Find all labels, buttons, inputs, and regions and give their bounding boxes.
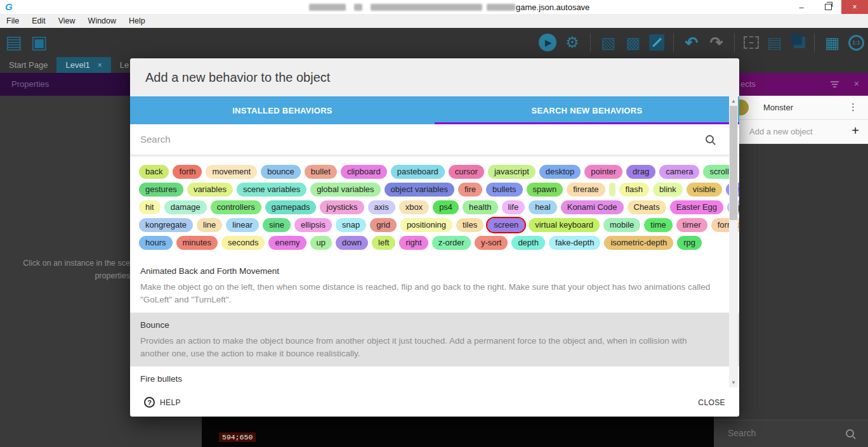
close-dialog-button[interactable]: CLOSE bbox=[698, 398, 725, 407]
behavior-item-fire-bullets[interactable]: Fire bulletsAllow the object to fire bul… bbox=[130, 366, 739, 388]
tag-chip-down[interactable]: down bbox=[336, 236, 368, 250]
tag-chip-line[interactable]: line bbox=[197, 218, 222, 232]
tab-close-icon[interactable]: × bbox=[98, 61, 102, 70]
tag-chip-gestures[interactable]: gestures bbox=[139, 183, 183, 197]
tag-chip-bounce[interactable]: bounce bbox=[261, 165, 301, 179]
tag-chip-pasteboard[interactable]: pasteboard bbox=[391, 165, 445, 179]
project-manager-icon[interactable]: ▤ bbox=[5, 33, 23, 52]
tag-chip-pointer[interactable]: pointer bbox=[584, 165, 622, 179]
tag-chip-joysticks[interactable]: joysticks bbox=[320, 200, 364, 214]
tag-chip-bullet[interactable]: bullet bbox=[305, 165, 337, 179]
tag-chip-rpg[interactable]: rpg bbox=[677, 236, 702, 250]
tag-chip-enemy[interactable]: enemy bbox=[268, 236, 306, 250]
menu-item-help[interactable]: Help bbox=[122, 14, 152, 28]
tab-start-page[interactable]: Start Page bbox=[0, 57, 56, 73]
tag-chip-fake-depth[interactable]: fake-depth bbox=[549, 236, 600, 250]
behavior-item-animated-back-and-forth-movement[interactable]: Animated Back and Forth MovementMake the… bbox=[130, 259, 739, 313]
tag-chip-health[interactable]: health bbox=[463, 200, 497, 214]
behavior-search-field[interactable]: Search bbox=[130, 124, 739, 155]
grid-icon[interactable]: ▦ bbox=[824, 33, 841, 52]
tag-chip-virtual-keyboard[interactable]: virtual keyboard bbox=[529, 218, 600, 232]
tag-chip-visible[interactable]: visible bbox=[687, 183, 722, 197]
layers-icon[interactable] bbox=[794, 37, 805, 48]
tag-chip-flash[interactable]: flash bbox=[619, 183, 649, 197]
add-object-icon[interactable]: ▧ bbox=[600, 33, 617, 52]
redo-icon[interactable]: ↷ bbox=[707, 33, 725, 52]
tag-chip-back[interactable]: back bbox=[139, 165, 169, 179]
tag-chip-javascript[interactable]: javascript bbox=[488, 165, 536, 179]
menu-item-view[interactable]: View bbox=[52, 14, 82, 28]
modal-scrollbar[interactable]: ▲ ▼ bbox=[729, 96, 738, 387]
tag-chip-variables[interactable]: variables bbox=[187, 183, 233, 197]
tag-chip-unlabeled[interactable] bbox=[609, 183, 615, 197]
tag-chip-global-variables[interactable]: global variables bbox=[310, 183, 380, 197]
menu-item-edit[interactable]: Edit bbox=[25, 14, 52, 28]
tag-chip-isometric-depth[interactable]: isometric-depth bbox=[604, 236, 673, 250]
tag-chip-easter-egg[interactable]: Easter Egg bbox=[670, 200, 723, 214]
edit-scene-properties-icon[interactable] bbox=[649, 34, 664, 51]
zoom-ratio-icon[interactable]: 1:1 bbox=[848, 35, 864, 51]
tag-chip-life[interactable]: life bbox=[502, 200, 525, 214]
tag-chip-snap[interactable]: snap bbox=[336, 218, 366, 232]
tag-chip-firerate[interactable]: firerate bbox=[567, 183, 605, 197]
instances-list-icon[interactable]: ▤ bbox=[766, 33, 784, 52]
tag-chip-z-order[interactable]: z-order bbox=[432, 236, 471, 250]
tag-chip-blink[interactable]: blink bbox=[653, 183, 683, 197]
tag-chip-screen[interactable]: screen bbox=[487, 218, 525, 232]
tag-chip-cursor[interactable]: cursor bbox=[449, 165, 484, 179]
tag-chip-movement[interactable]: movement bbox=[206, 165, 257, 179]
tab-level1[interactable]: Level1× bbox=[56, 57, 110, 73]
start-page-icon[interactable]: ▣ bbox=[30, 33, 48, 52]
add-object-plus-icon[interactable]: + bbox=[852, 124, 859, 138]
help-button[interactable]: ? HELP bbox=[144, 397, 181, 408]
tag-chip-up[interactable]: up bbox=[310, 236, 332, 250]
restore-button[interactable] bbox=[815, 0, 841, 14]
tag-chip-bullets[interactable]: bullets bbox=[486, 183, 523, 197]
tag-chip-ps4[interactable]: ps4 bbox=[433, 200, 459, 214]
tag-chip-xbox[interactable]: xbox bbox=[399, 200, 429, 214]
behavior-item-bounce[interactable]: BounceProvides an action to make the obj… bbox=[130, 313, 739, 366]
tag-chip-minutes[interactable]: minutes bbox=[176, 236, 218, 250]
tag-chip-depth[interactable]: depth bbox=[511, 236, 545, 250]
tag-chip-time[interactable]: time bbox=[644, 218, 673, 232]
tag-chip-linear[interactable]: linear bbox=[226, 218, 259, 232]
panel-close-icon[interactable]: × bbox=[854, 79, 859, 89]
tag-chip-positioning[interactable]: positioning bbox=[400, 218, 452, 232]
tag-chip-mobile[interactable]: mobile bbox=[603, 218, 640, 232]
tag-chip-tiles[interactable]: tiles bbox=[456, 218, 483, 232]
tag-chip-seconds[interactable]: seconds bbox=[221, 236, 265, 250]
modal-tab-search-new-behaviors[interactable]: SEARCH NEW BEHAVIORS bbox=[435, 96, 739, 124]
minimize-button[interactable]: – bbox=[788, 0, 815, 14]
tag-chip-cheats[interactable]: Cheats bbox=[628, 200, 666, 214]
tag-chip-controllers[interactable]: controllers bbox=[211, 200, 261, 214]
modal-tab-installed-behaviors[interactable]: INSTALLED BEHAVIORS bbox=[130, 96, 435, 124]
tag-chip-grid[interactable]: grid bbox=[370, 218, 397, 232]
scroll-down-icon[interactable]: ▼ bbox=[729, 380, 738, 385]
tag-chip-sine[interactable]: sine bbox=[263, 218, 291, 232]
tag-chip-gamepads[interactable]: gamepads bbox=[265, 200, 317, 214]
tag-chip-desktop[interactable]: desktop bbox=[539, 165, 581, 179]
object-menu-icon[interactable]: ⋮ bbox=[848, 101, 858, 113]
menu-item-file[interactable]: File bbox=[0, 14, 25, 28]
tag-chip-konami-code[interactable]: Konami Code bbox=[561, 200, 624, 214]
tag-chip-fire[interactable]: fire bbox=[458, 183, 482, 197]
tag-chip-spawn[interactable]: spawn bbox=[527, 183, 563, 197]
debug-icon[interactable]: ⚙ bbox=[563, 33, 581, 52]
scrollbar-thumb[interactable] bbox=[730, 106, 737, 220]
tag-chip-y-sort[interactable]: y-sort bbox=[475, 236, 508, 250]
tag-chip-hit[interactable]: hit bbox=[139, 200, 161, 214]
tag-chip-forth[interactable]: forth bbox=[173, 165, 202, 179]
close-button[interactable]: × bbox=[841, 0, 868, 14]
tag-chip-ellipsis[interactable]: ellipsis bbox=[294, 218, 332, 232]
undo-icon[interactable]: ↶ bbox=[683, 33, 700, 52]
menu-item-window[interactable]: Window bbox=[82, 14, 122, 28]
tag-chip-kongregate[interactable]: kongregate bbox=[139, 218, 193, 232]
tag-chip-camera[interactable]: camera bbox=[659, 165, 699, 179]
tag-chip-damage[interactable]: damage bbox=[164, 200, 207, 214]
tag-chip-object-variables[interactable]: object variables bbox=[385, 183, 454, 197]
tag-chip-scene-variables[interactable]: scene variables bbox=[237, 183, 306, 197]
filter-icon[interactable] bbox=[831, 81, 839, 87]
objects-list-icon[interactable]: ▩ bbox=[624, 33, 642, 52]
tag-chip-axis[interactable]: axis bbox=[368, 200, 395, 214]
tag-chip-left[interactable]: left bbox=[372, 236, 395, 250]
